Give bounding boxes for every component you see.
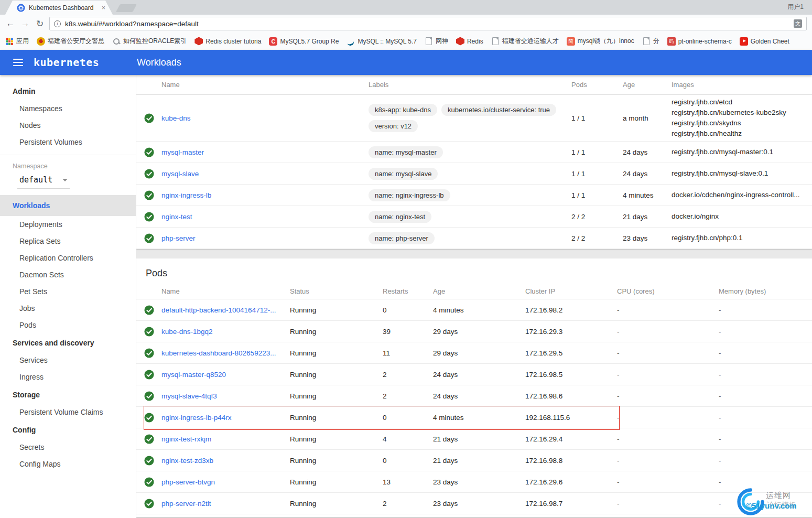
sidebar-item[interactable]: Namespaces (0, 100, 136, 117)
bookmark-favicon (667, 37, 676, 46)
images-cell: registry.fjhb.cn/php:0.1 (672, 233, 812, 243)
age-cell: 23 days (433, 500, 525, 508)
bookmark-label: MySQL5.7 Group Re (280, 38, 339, 45)
bookmark-label: 应用 (16, 37, 29, 46)
column-header-name: Name (161, 287, 290, 295)
pods-cell: 1 / 1 (571, 114, 623, 122)
new-tab-button[interactable] (116, 4, 137, 12)
sidebar-item[interactable]: Config Maps (0, 456, 136, 472)
sidebar-item[interactable]: Secrets (0, 439, 136, 456)
forward-icon[interactable]: → (18, 18, 33, 29)
address-bar[interactable]: i k8s.webui/#/workload?namespace=default… (49, 17, 807, 30)
pod-name-link[interactable]: kubernetes-dashboard-802659223... (161, 349, 290, 357)
workload-name-link[interactable]: mysql-slave (161, 170, 369, 178)
age-cell: a month (623, 114, 672, 122)
bookmark-favicon (194, 37, 203, 46)
sidebar-item[interactable]: Persistent Volume Claims (0, 404, 136, 420)
bookmark-item[interactable]: 福建省交通运输人才 (491, 37, 559, 46)
sidebar-item[interactable]: Jobs (0, 300, 136, 317)
sidebar-section-services: Services and discovery (0, 333, 136, 352)
sidebar-item[interactable]: Daemon Sets (0, 266, 136, 283)
bookmark-item[interactable]: Redis (456, 37, 483, 46)
page-info-icon[interactable]: i (54, 20, 61, 27)
bookmark-item[interactable]: MySQL5.7 Group Re (269, 37, 339, 46)
bookmark-item[interactable]: mysql锁（九）innoc (567, 37, 634, 46)
bookmark-item[interactable]: 如何监控ORACLE索引 (112, 37, 187, 46)
pod-name-link[interactable]: nginx-test-rxkjm (161, 435, 290, 443)
sidebar-item[interactable]: Pet Sets (0, 283, 136, 300)
pod-row: mysql-master-q8520 Running 2 24 days 172… (136, 364, 812, 385)
sidebar-item[interactable]: Pods (0, 317, 136, 333)
bookmark-item[interactable]: 分 (642, 37, 659, 46)
workload-name-link[interactable]: nginx-ingress-lb (161, 191, 369, 199)
sidebar-item[interactable]: Services (0, 352, 136, 369)
sidebar-item[interactable]: Replica Sets (0, 233, 136, 250)
status-cell: Running (290, 457, 383, 465)
column-header-status: Status (290, 287, 383, 295)
bookmark-label: 福建省交通运输人才 (502, 37, 559, 46)
browser-tab[interactable]: Kubernetes Dashboard × (5, 1, 113, 15)
pod-row: php-server-n2tlt Running 2 23 days 172.1… (136, 493, 812, 514)
age-cell: 21 days (623, 213, 672, 221)
sidebar-item-workloads[interactable]: Workloads (0, 195, 136, 216)
pods-card: Pods Name Status Restarts Age Cluster IP… (136, 258, 812, 517)
pod-name-link[interactable]: nginx-test-zd3xb (161, 457, 290, 465)
age-cell: 21 days (433, 457, 525, 465)
namespace-value: default (19, 175, 52, 185)
workload-name-link[interactable]: kube-dns (161, 114, 369, 122)
pods-section-title: Pods (136, 258, 812, 284)
workload-name-link[interactable]: mysql-master (161, 148, 369, 156)
workload-row: nginx-ingress-lb name: nginx-ingress-lb … (136, 185, 812, 206)
bookmark-item[interactable]: 福建省公安厅交警总 (37, 37, 104, 46)
bookmark-item[interactable]: pt-online-schema-c (667, 37, 732, 46)
pod-name-link[interactable]: kube-dns-1bgq2 (161, 328, 290, 336)
label-chip: name: mysql-slave (369, 168, 438, 180)
namespace-select[interactable]: default (17, 174, 70, 189)
pods-cell: 1 / 1 (571, 148, 623, 156)
labels-cell: name: mysql-slave (369, 167, 561, 181)
tab-close-icon[interactable]: × (102, 4, 105, 12)
status-ok-icon (144, 233, 154, 243)
reload-icon[interactable]: ↻ (33, 18, 47, 29)
cpu-cell: - (617, 478, 719, 486)
pod-name-link[interactable]: default-http-backend-1004164712-... (161, 306, 290, 314)
status-ok-icon (144, 370, 154, 380)
sidebar-item[interactable]: Replication Controllers (0, 250, 136, 266)
age-cell: 24 days (433, 371, 525, 379)
bookmark-item[interactable]: Redis cluster tutoria (194, 37, 261, 46)
bookmark-label: Redis cluster tutoria (205, 38, 261, 45)
workload-name-link[interactable]: php-server (161, 234, 369, 242)
back-icon[interactable]: ← (3, 18, 18, 29)
pod-name-link[interactable]: mysql-slave-4tqf3 (161, 392, 290, 400)
memory-cell: - (719, 435, 812, 443)
bookmark-item[interactable]: 应用 (5, 37, 29, 46)
workload-row: mysql-slave name: mysql-slave 1 / 1 24 d… (136, 163, 812, 185)
bookmark-item[interactable]: 网神 (425, 37, 448, 46)
images-cell: registry.fjhb.cn/mysql-slave:0.1 (672, 168, 812, 179)
image-line: registry.fjhb.cn/kubernetes-kube2sky (672, 107, 812, 118)
pod-name-link[interactable]: php-server-btvgn (161, 478, 290, 486)
cpu-cell: - (617, 328, 719, 336)
browser-profile-name[interactable]: 用户1 (787, 3, 804, 12)
translate-icon[interactable]: 文 (794, 19, 802, 28)
labels-cell: name: nginx-ingress-lb (369, 188, 561, 202)
kubernetes-logo: kubernetes (34, 56, 99, 69)
sidebar-item[interactable]: Persistent Volumes (0, 134, 136, 150)
status-ok-icon (144, 113, 154, 123)
bookmark-favicon (426, 37, 432, 45)
images-cell: docker.io/cdchen/nginx-ingress-controll.… (672, 190, 812, 200)
sidebar-item[interactable]: Nodes (0, 117, 136, 134)
bookmark-label: pt-online-schema-c (678, 38, 732, 45)
main-content: Name Labels Pods Age Images kube-dns (136, 75, 812, 518)
sidebar-item[interactable]: Deployments (0, 216, 136, 233)
cpu-cell: - (617, 414, 719, 422)
bookmark-item[interactable]: MySQL :: MySQL 5.7 (347, 37, 416, 46)
pod-name-link[interactable]: nginx-ingress-lb-p44rx (161, 414, 290, 422)
pod-name-link[interactable]: mysql-master-q8520 (161, 371, 290, 379)
workload-name-link[interactable]: nginx-test (161, 213, 369, 221)
sidebar-item[interactable]: Ingress (0, 369, 136, 385)
pod-name-link[interactable]: php-server-n2tlt (161, 500, 290, 508)
cluster-ip-cell: 192.168.115.6 (525, 414, 617, 422)
bookmark-item[interactable]: Golden Cheet (740, 37, 789, 46)
menu-icon[interactable] (13, 59, 23, 67)
